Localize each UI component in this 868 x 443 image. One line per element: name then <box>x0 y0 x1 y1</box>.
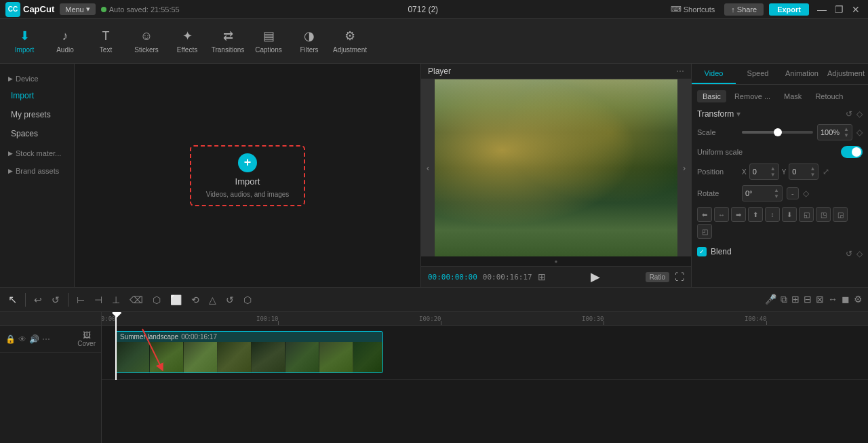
player-nav-left[interactable]: ‹ <box>421 79 435 256</box>
toolbar-item-text[interactable]: TText <box>87 22 125 61</box>
position-y-input[interactable]: 0 ▲▼ <box>789 163 818 180</box>
toolbar-item-transitions[interactable]: ⇄Transitions <box>209 22 247 61</box>
scale-value[interactable]: 100% ▲▼ <box>817 124 852 140</box>
align-tl-button[interactable]: ◱ <box>799 207 814 222</box>
align-center-v-button[interactable]: ↕ <box>765 207 780 222</box>
align-bottom-button[interactable]: ⬇ <box>782 207 797 222</box>
cover-icon[interactable]: 🖼 <box>83 330 91 340</box>
sidebar-section-brand-assets[interactable]: ▶Brand assets <box>3 164 71 178</box>
align-bl-button[interactable]: ◰ <box>697 224 712 239</box>
reverse-tool[interactable]: ↺ <box>223 293 237 307</box>
tab-animation[interactable]: Animation <box>780 64 824 84</box>
undo-tool[interactable]: ↩ <box>31 293 45 307</box>
thumb-4 <box>218 342 252 373</box>
menu-button[interactable]: Menu ▾ <box>60 3 96 15</box>
blend-checkbox[interactable]: ✓ <box>697 247 707 256</box>
speed-tool[interactable]: ⬡ <box>150 293 163 307</box>
play-button[interactable]: ▶ <box>551 269 640 284</box>
sidebar-section-device[interactable]: ▶Device <box>3 72 71 85</box>
mic-icon[interactable]: 🎤 <box>765 294 776 305</box>
select-tool[interactable]: ↖ <box>5 292 20 307</box>
delete-tool[interactable]: ⌫ <box>127 293 146 307</box>
grid-icon[interactable]: ⊞ <box>538 271 546 282</box>
mirror-tool[interactable]: △ <box>206 293 219 307</box>
align-left-button[interactable]: ⬅ <box>697 207 712 222</box>
redo-tool[interactable]: ↺ <box>49 293 62 307</box>
align-right-button[interactable]: ➡ <box>731 207 746 222</box>
track-vis-icon[interactable]: 👁 <box>18 334 26 344</box>
tab-speed[interactable]: Speed <box>736 64 780 84</box>
fit-icon[interactable]: ↔ <box>828 294 837 305</box>
sub-tab-basic[interactable]: Basic <box>697 90 726 102</box>
time-ruler: I00:00 I00:10 I00:20 I00:30 I00:40 <box>102 312 868 326</box>
tab-video[interactable]: Video <box>692 64 736 84</box>
player-nav-right[interactable]: › <box>677 79 691 256</box>
pos-y-stepper[interactable]: ▲▼ <box>810 166 815 178</box>
split-tool-2[interactable]: ⊣ <box>92 293 105 307</box>
align-top-button[interactable]: ⬆ <box>748 207 763 222</box>
share-button[interactable]: ↑ Share <box>724 3 764 16</box>
align-tr-button[interactable]: ◳ <box>816 207 831 222</box>
player-scrub[interactable]: ● <box>421 256 691 266</box>
sidebar-item-spaces[interactable]: Spaces <box>3 125 71 142</box>
sub-tab-retouch[interactable]: Retouch <box>810 90 848 102</box>
sidebar-section-stock-mater[interactable]: ▶Stock mater... <box>3 147 71 160</box>
blend-header[interactable]: ✓ Blend <box>697 247 732 256</box>
uniform-scale-toggle[interactable] <box>841 146 863 158</box>
transform-diamond-icon[interactable]: ◇ <box>856 109 863 119</box>
track-more-icon[interactable]: ⋯ <box>42 334 50 344</box>
position-x-input[interactable]: 0 ▲▼ <box>749 163 779 180</box>
pos-x-stepper[interactable]: ▲▼ <box>770 166 776 178</box>
sidebar-item-my-presets[interactable]: My presets <box>3 106 71 123</box>
toolbar-item-adjustment[interactable]: ⚙Adjustment <box>331 22 369 61</box>
restore-button[interactable]: ❐ <box>832 4 846 15</box>
shortcuts-button[interactable]: ⌨ Shortcuts <box>667 3 719 15</box>
unlink-icon[interactable]: ⊟ <box>804 294 812 305</box>
import-box[interactable]: + Import Videos, audios, and images <box>190 145 305 206</box>
sub-tab-mask[interactable]: Mask <box>778 90 807 102</box>
link-icon[interactable]: ⊞ <box>791 294 800 305</box>
zoom-icon[interactable]: ◼ <box>842 294 850 305</box>
transform-reset-icon[interactable]: ↺ <box>846 109 852 119</box>
player-menu-icon[interactable]: ⋯ <box>676 66 684 76</box>
edit-tool[interactable]: ⬡ <box>241 293 254 307</box>
ratio-button[interactable]: Ratio <box>646 272 669 282</box>
freeze-tool[interactable]: ⬜ <box>167 293 184 307</box>
scale-slider[interactable] <box>742 131 813 134</box>
toolbar-item-import[interactable]: ⬇Import <box>5 22 43 61</box>
loop-tool[interactable]: ⟲ <box>189 293 202 307</box>
blend-reset-icon[interactable]: ↺ <box>846 249 852 258</box>
toolbar-item-stickers[interactable]: ☺Stickers <box>127 22 165 61</box>
align-br-button[interactable]: ◲ <box>833 207 848 222</box>
split-tool-3[interactable]: ⊥ <box>109 293 123 307</box>
magnet-icon[interactable]: ⧉ <box>781 294 787 305</box>
rotate-stepper[interactable]: ▲▼ <box>774 187 779 199</box>
position-expand-icon[interactable]: ⤢ <box>823 167 829 176</box>
fullscreen-button[interactable]: ⛶ <box>675 271 684 282</box>
split-tool[interactable]: ⊢ <box>74 293 87 307</box>
rotate-neg-btn[interactable]: - <box>787 187 799 199</box>
track-lock-icon[interactable]: 🔒 <box>5 334 16 344</box>
sidebar-item-import[interactable]: Import <box>3 87 71 104</box>
scale-stepper[interactable]: ▲▼ <box>844 126 849 138</box>
track-mute-icon[interactable]: 🔊 <box>29 334 39 344</box>
toolbar-item-audio[interactable]: ♪Audio <box>46 22 84 61</box>
export-button[interactable]: Export <box>769 3 809 16</box>
blend-diamond-icon[interactable]: ◇ <box>856 249 863 258</box>
toolbar-item-captions[interactable]: ▤Captions <box>250 22 288 61</box>
align-center-h-button[interactable]: ↔ <box>714 207 729 222</box>
rotate-value[interactable]: 0° ▲▼ <box>742 185 783 201</box>
transform-header[interactable]: Transform ▾ ↺ ◇ <box>697 109 863 119</box>
video-clip[interactable]: Summer landscape 00:00:16:17 <box>115 331 383 373</box>
rotate-diamond-icon[interactable]: ◇ <box>803 189 809 198</box>
toolbar-item-filters[interactable]: ◑Filters <box>290 22 328 61</box>
close-button[interactable]: ✕ <box>849 4 863 15</box>
sub-tab-remove-...[interactable]: Remove ... <box>729 90 776 102</box>
tab-adjustment[interactable]: Adjustment <box>824 64 868 84</box>
ripple-icon[interactable]: ⊠ <box>816 294 824 305</box>
blend-title: Blend <box>711 247 732 256</box>
settings-icon[interactable]: ⚙ <box>854 294 863 305</box>
toolbar-item-effects[interactable]: ✦Effects <box>168 22 206 61</box>
scale-reset-icon[interactable]: ◇ <box>856 128 863 137</box>
minimize-button[interactable]: — <box>814 4 829 15</box>
